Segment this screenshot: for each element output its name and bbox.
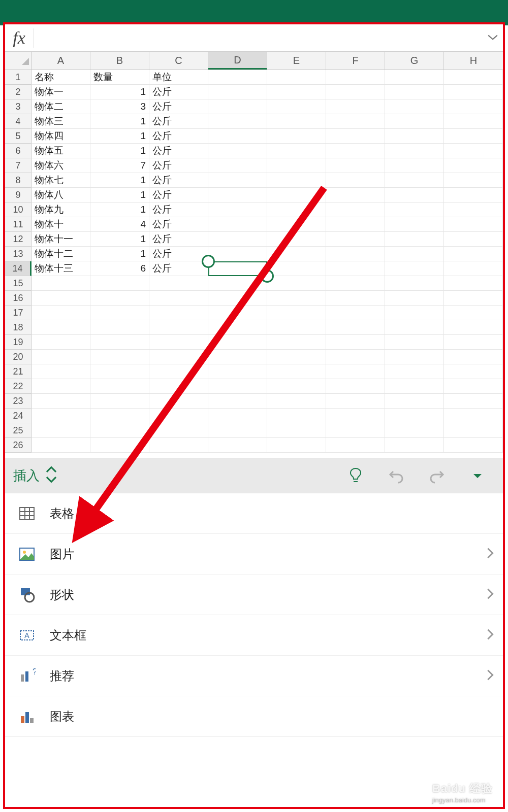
cell[interactable]	[31, 438, 90, 453]
cell[interactable]	[385, 158, 444, 173]
cell[interactable]	[267, 320, 326, 335]
cell[interactable]: 公斤	[149, 202, 208, 217]
cell[interactable]	[444, 379, 503, 394]
cell[interactable]: 公斤	[149, 144, 208, 158]
cell[interactable]	[149, 438, 208, 453]
row-header[interactable]: 20	[5, 350, 31, 364]
cell[interactable]	[31, 364, 90, 379]
cell[interactable]: 1	[90, 114, 149, 129]
cell[interactable]	[326, 335, 385, 350]
expand-formula-icon[interactable]	[483, 33, 503, 43]
cell[interactable]	[326, 144, 385, 158]
row-header[interactable]: 12	[5, 232, 31, 247]
cell[interactable]	[267, 202, 326, 217]
cell[interactable]	[385, 261, 444, 276]
cell[interactable]: 1	[90, 202, 149, 217]
cell[interactable]	[208, 306, 267, 320]
cell[interactable]	[208, 291, 267, 306]
cell[interactable]	[90, 364, 149, 379]
column-header[interactable]: A	[31, 52, 90, 70]
menu-item-recommend[interactable]: ?推荐	[5, 656, 503, 696]
cell[interactable]	[267, 276, 326, 291]
cell[interactable]	[385, 144, 444, 158]
cell[interactable]	[208, 99, 267, 114]
menu-item-picture[interactable]: 图片	[5, 534, 503, 574]
cell[interactable]: 物体九	[31, 202, 90, 217]
menu-item-table[interactable]: 表格	[5, 493, 503, 534]
cell[interactable]	[267, 173, 326, 188]
cell[interactable]	[90, 306, 149, 320]
row-header[interactable]: 2	[5, 85, 31, 99]
cell[interactable]	[267, 158, 326, 173]
cell[interactable]	[385, 379, 444, 394]
redo-icon[interactable]	[417, 466, 457, 485]
cell[interactable]	[444, 173, 503, 188]
cell[interactable]	[149, 394, 208, 409]
cell[interactable]	[385, 232, 444, 247]
cell[interactable]: 物体八	[31, 188, 90, 202]
cell[interactable]	[444, 247, 503, 261]
cell[interactable]	[326, 438, 385, 453]
cell[interactable]	[267, 350, 326, 364]
cell[interactable]: 物体十三	[31, 261, 90, 276]
cell[interactable]	[149, 306, 208, 320]
cell[interactable]	[385, 394, 444, 409]
cell[interactable]	[326, 217, 385, 232]
cell[interactable]: 物体一	[31, 85, 90, 99]
cell[interactable]	[208, 247, 267, 261]
cell[interactable]: 1	[90, 188, 149, 202]
cell[interactable]	[444, 158, 503, 173]
cell[interactable]	[444, 99, 503, 114]
cell[interactable]	[149, 379, 208, 394]
cell[interactable]	[267, 394, 326, 409]
cell[interactable]	[208, 320, 267, 335]
cell[interactable]: 1	[90, 173, 149, 188]
column-header[interactable]: E	[267, 52, 326, 70]
cell[interactable]	[267, 423, 326, 438]
cell[interactable]: 3	[90, 99, 149, 114]
cell[interactable]	[267, 114, 326, 129]
row-header[interactable]: 5	[5, 129, 31, 144]
cell[interactable]	[326, 85, 385, 99]
cell[interactable]	[444, 202, 503, 217]
row-header[interactable]: 6	[5, 144, 31, 158]
cell[interactable]: 名称	[31, 70, 90, 85]
row-header[interactable]: 11	[5, 217, 31, 232]
cell[interactable]	[385, 217, 444, 232]
cell[interactable]	[208, 202, 267, 217]
cell[interactable]	[267, 364, 326, 379]
cell[interactable]: 公斤	[149, 99, 208, 114]
cell[interactable]	[267, 144, 326, 158]
cell[interactable]	[385, 188, 444, 202]
cell[interactable]	[326, 350, 385, 364]
cell[interactable]	[385, 350, 444, 364]
column-header[interactable]: G	[385, 52, 444, 70]
cell[interactable]	[208, 173, 267, 188]
cell[interactable]	[444, 306, 503, 320]
cell[interactable]	[326, 202, 385, 217]
cell[interactable]: 物体三	[31, 114, 90, 129]
cell[interactable]	[385, 423, 444, 438]
cell[interactable]	[444, 335, 503, 350]
cell[interactable]	[385, 291, 444, 306]
cell[interactable]	[208, 144, 267, 158]
cell[interactable]	[267, 70, 326, 85]
cell[interactable]	[149, 276, 208, 291]
cell[interactable]	[208, 188, 267, 202]
cell[interactable]	[326, 394, 385, 409]
cell[interactable]	[31, 423, 90, 438]
cell[interactable]	[208, 158, 267, 173]
row-header[interactable]: 1	[5, 70, 31, 85]
cell[interactable]	[31, 379, 90, 394]
cell[interactable]: 物体十一	[31, 232, 90, 247]
cell[interactable]	[326, 364, 385, 379]
cell[interactable]	[208, 394, 267, 409]
row-header[interactable]: 21	[5, 364, 31, 379]
cell[interactable]	[90, 350, 149, 364]
cell[interactable]: 物体十	[31, 217, 90, 232]
cell[interactable]	[385, 114, 444, 129]
cell[interactable]	[326, 173, 385, 188]
cell[interactable]	[208, 232, 267, 247]
cell[interactable]: 公斤	[149, 247, 208, 261]
row-header[interactable]: 17	[5, 306, 31, 320]
